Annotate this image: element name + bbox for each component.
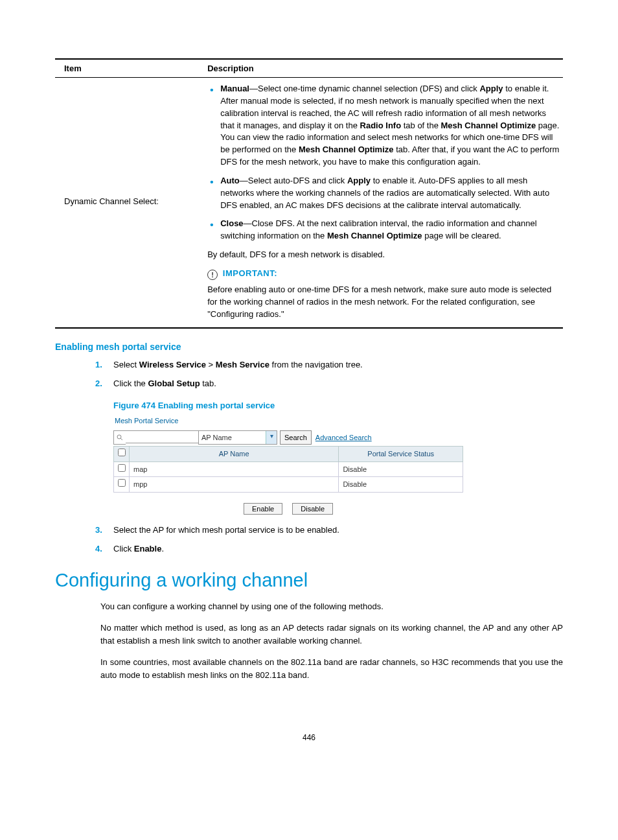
bullet-auto: Auto—Select auto-DFS and click Apply to … xyxy=(220,175,560,212)
row-checkbox[interactable] xyxy=(118,464,126,472)
search-input[interactable] xyxy=(126,430,198,443)
header-checkbox[interactable] xyxy=(114,447,130,462)
th-description: Description xyxy=(207,59,563,78)
step-3: Select the AP for which mesh portal serv… xyxy=(113,524,563,537)
paragraph-1: You can configure a working channel by u… xyxy=(100,600,563,613)
svg-point-0 xyxy=(117,435,121,439)
cell-status: Disable xyxy=(339,461,463,477)
enable-button[interactable]: Enable xyxy=(244,503,282,515)
step-2: Click the Global Setup tab. Figure 474 E… xyxy=(113,377,563,515)
table-row: map Disable xyxy=(114,461,463,477)
paragraph-2: No matter which method is used, as long … xyxy=(100,622,563,647)
step-4: Click Enable. xyxy=(113,542,563,555)
col-ap-name: AP Name xyxy=(130,447,339,462)
important-label: IMPORTANT: xyxy=(223,268,277,278)
search-icon xyxy=(113,430,126,445)
step-1: Select Wireless Service > Mesh Service f… xyxy=(113,358,563,371)
svg-line-1 xyxy=(120,438,122,440)
td-item: Dynamic Channel Select: xyxy=(55,78,207,328)
table-row: mpp Disable xyxy=(114,477,463,493)
page-number: 446 xyxy=(55,733,563,742)
col-status: Portal Service Status xyxy=(339,447,463,462)
important-text: Before enabling auto or one-time DFS for… xyxy=(207,284,560,321)
important-callout: ! IMPORTANT: xyxy=(207,268,560,280)
ap-table: AP Name Portal Service Status map Disabl… xyxy=(113,446,463,493)
cell-ap-name: map xyxy=(130,461,339,477)
important-icon: ! xyxy=(207,270,218,280)
default-line: By default, DFS for a mesh network is di… xyxy=(207,249,560,261)
advanced-search-link[interactable]: Advanced Search xyxy=(315,432,372,443)
subheading-enable-mesh-portal: Enabling mesh portal service xyxy=(55,342,563,352)
description-table: Item Description Dynamic Channel Select:… xyxy=(55,58,563,329)
row-checkbox[interactable] xyxy=(118,479,126,487)
td-description: Manual—Select one-time dynamic channel s… xyxy=(207,78,563,328)
th-item: Item xyxy=(55,59,207,78)
bullet-close: Close—Close DFS. At the next calibration… xyxy=(220,218,560,242)
cell-ap-name: mpp xyxy=(130,477,339,493)
chevron-down-icon[interactable]: ▾ xyxy=(266,431,277,445)
paragraph-3: In some countries, most available channe… xyxy=(100,656,563,681)
figure-caption: Figure 474 Enabling mesh portal service xyxy=(113,399,563,412)
section-title: Configuring a working channel xyxy=(55,570,563,591)
pane-title: Mesh Portal Service xyxy=(115,415,463,426)
cell-status: Disable xyxy=(339,477,463,493)
inner-ui-screenshot: Mesh Portal Service AP Name ▾ Search Adv… xyxy=(113,415,463,515)
disable-button[interactable]: Disable xyxy=(292,503,333,515)
bullet-manual: Manual—Select one-time dynamic channel s… xyxy=(220,83,560,169)
search-field-select[interactable]: AP Name ▾ xyxy=(198,430,277,445)
search-button[interactable]: Search xyxy=(280,430,312,445)
